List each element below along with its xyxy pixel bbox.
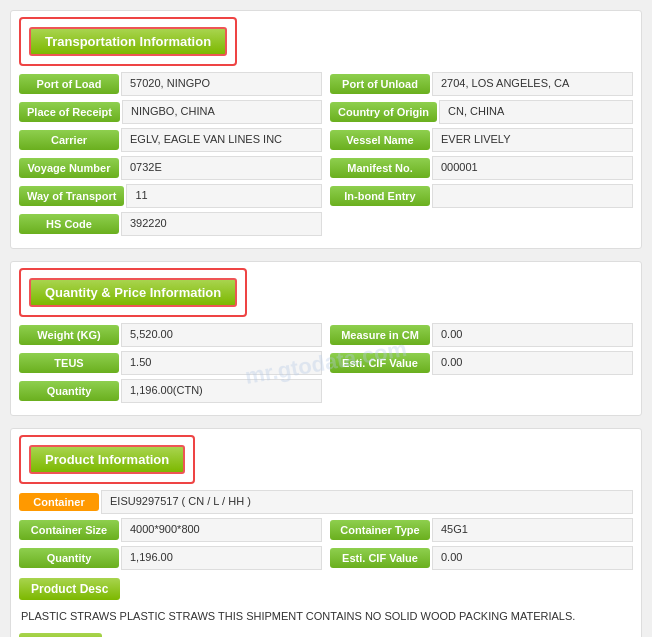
field-value bbox=[432, 184, 633, 208]
product-desc-label: Product Desc bbox=[19, 578, 120, 600]
field-label: HS Code bbox=[19, 214, 119, 234]
quantity-section: Quantity & Price Information mr.gtodata.… bbox=[10, 261, 642, 416]
info-group-right: Vessel NameEVER LIVELY bbox=[330, 128, 633, 152]
field-value: 0.00 bbox=[432, 546, 633, 570]
field-value: 1,196.00 bbox=[121, 546, 322, 570]
product-rows: ContainerEISU9297517 ( CN / L / HH )Cont… bbox=[11, 490, 641, 637]
product-desc-text: PLASTIC STRAWS PLASTIC STRAWS THIS SHIPM… bbox=[19, 604, 633, 629]
field-label: Port of Unload bbox=[330, 74, 430, 94]
field-label: Vessel Name bbox=[330, 130, 430, 150]
field-label: In-bond Entry bbox=[330, 186, 430, 206]
field-value: 5,520.00 bbox=[121, 323, 322, 347]
field-value: 0.00 bbox=[432, 351, 633, 375]
info-group-left: Quantity1,196.00 bbox=[19, 546, 322, 570]
info-group-right: Measure in CM0.00 bbox=[330, 323, 633, 347]
info-group-left: Way of Transport11 bbox=[19, 184, 322, 208]
container-value: EISU9297517 ( CN / L / HH ) bbox=[101, 490, 633, 514]
field-value: CN, CHINA bbox=[439, 100, 633, 124]
quantity-rows: mr.gtodata.com Weight (KG)5,520.00Measur… bbox=[11, 323, 641, 403]
field-value: EVER LIVELY bbox=[432, 128, 633, 152]
field-value: 57020, NINGPO bbox=[121, 72, 322, 96]
info-group-right: Container Type45G1 bbox=[330, 518, 633, 542]
field-value: 45G1 bbox=[432, 518, 633, 542]
container-badge: Container bbox=[19, 493, 99, 511]
field-label: Quantity bbox=[19, 381, 119, 401]
container-group: ContainerEISU9297517 ( CN / L / HH ) bbox=[19, 490, 633, 514]
field-value: EGLV, EAGLE VAN LINES INC bbox=[121, 128, 322, 152]
field-value: 000001 bbox=[432, 156, 633, 180]
info-group-left: Weight (KG)5,520.00 bbox=[19, 323, 322, 347]
field-value: 0732E bbox=[121, 156, 322, 180]
info-row: Voyage Number0732EManifest No.000001 bbox=[19, 156, 633, 180]
field-label: TEUS bbox=[19, 353, 119, 373]
info-group-left: TEUS1.50 bbox=[19, 351, 322, 375]
info-group-left: Place of ReceiptNINGBO, CHINA bbox=[19, 100, 322, 124]
field-label: Container Type bbox=[330, 520, 430, 540]
field-label: Port of Load bbox=[19, 74, 119, 94]
info-group-right bbox=[330, 212, 633, 236]
field-value: 1.50 bbox=[121, 351, 322, 375]
field-label: Way of Transport bbox=[19, 186, 124, 206]
field-value: 0.00 bbox=[432, 323, 633, 347]
product-header-wrap: Product Information bbox=[19, 435, 195, 484]
field-label: Measure in CM bbox=[330, 325, 430, 345]
transportation-header: Transportation Information bbox=[29, 27, 227, 56]
field-label: Place of Receipt bbox=[19, 102, 120, 122]
info-row: Place of ReceiptNINGBO, CHINACountry of … bbox=[19, 100, 633, 124]
info-group-right: Port of Unload2704, LOS ANGELES, CA bbox=[330, 72, 633, 96]
field-label: Voyage Number bbox=[19, 158, 119, 178]
field-label: Carrier bbox=[19, 130, 119, 150]
transportation-section: Transportation Information Port of Load5… bbox=[10, 10, 642, 249]
info-row: TEUS1.50Esti. CIF Value0.00 bbox=[19, 351, 633, 375]
info-group-right: Esti. CIF Value0.00 bbox=[330, 546, 633, 570]
info-row: CarrierEGLV, EAGLE VAN LINES INCVessel N… bbox=[19, 128, 633, 152]
field-label: Esti. CIF Value bbox=[330, 548, 430, 568]
container-row: ContainerEISU9297517 ( CN / L / HH ) bbox=[19, 490, 633, 514]
info-group-left: Voyage Number0732E bbox=[19, 156, 322, 180]
field-label: Country of Origin bbox=[330, 102, 437, 122]
field-label: Quantity bbox=[19, 548, 119, 568]
product-section: Product Information ContainerEISU9297517… bbox=[10, 428, 642, 637]
info-row: Port of Load57020, NINGPOPort of Unload2… bbox=[19, 72, 633, 96]
transportation-header-wrap: Transportation Information bbox=[19, 17, 237, 66]
info-row: Way of Transport11In-bond Entry bbox=[19, 184, 633, 208]
field-label: Esti. CIF Value bbox=[330, 353, 430, 373]
field-label: Weight (KG) bbox=[19, 325, 119, 345]
field-value: 392220 bbox=[121, 212, 322, 236]
field-value: 4000*900*800 bbox=[121, 518, 322, 542]
field-value: 11 bbox=[126, 184, 322, 208]
info-group-left: Container Size4000*900*800 bbox=[19, 518, 322, 542]
info-row: Quantity1,196.00(CTN) bbox=[19, 379, 633, 403]
info-group-left: CarrierEGLV, EAGLE VAN LINES INC bbox=[19, 128, 322, 152]
quantity-header: Quantity & Price Information bbox=[29, 278, 237, 307]
product-header: Product Information bbox=[29, 445, 185, 474]
info-group-right: Manifest No.000001 bbox=[330, 156, 633, 180]
info-group-left: Port of Load57020, NINGPO bbox=[19, 72, 322, 96]
info-group-right: Esti. CIF Value0.00 bbox=[330, 351, 633, 375]
marks-label: Marks and bbox=[19, 633, 102, 638]
transportation-rows: Port of Load57020, NINGPOPort of Unload2… bbox=[11, 72, 641, 236]
field-value: 2704, LOS ANGELES, CA bbox=[432, 72, 633, 96]
quantity-header-wrap: Quantity & Price Information bbox=[19, 268, 247, 317]
field-value: 1,196.00(CTN) bbox=[121, 379, 322, 403]
info-row: Quantity1,196.00Esti. CIF Value0.00 bbox=[19, 546, 633, 570]
info-group-left: Quantity1,196.00(CTN) bbox=[19, 379, 322, 403]
field-value: NINGBO, CHINA bbox=[122, 100, 322, 124]
info-group-right bbox=[330, 379, 633, 403]
info-group-left: HS Code392220 bbox=[19, 212, 322, 236]
field-label: Container Size bbox=[19, 520, 119, 540]
info-row: HS Code392220 bbox=[19, 212, 633, 236]
info-row: Weight (KG)5,520.00Measure in CM0.00 bbox=[19, 323, 633, 347]
field-label: Manifest No. bbox=[330, 158, 430, 178]
info-group-right: Country of OriginCN, CHINA bbox=[330, 100, 633, 124]
info-row: Container Size4000*900*800Container Type… bbox=[19, 518, 633, 542]
info-group-right: In-bond Entry bbox=[330, 184, 633, 208]
